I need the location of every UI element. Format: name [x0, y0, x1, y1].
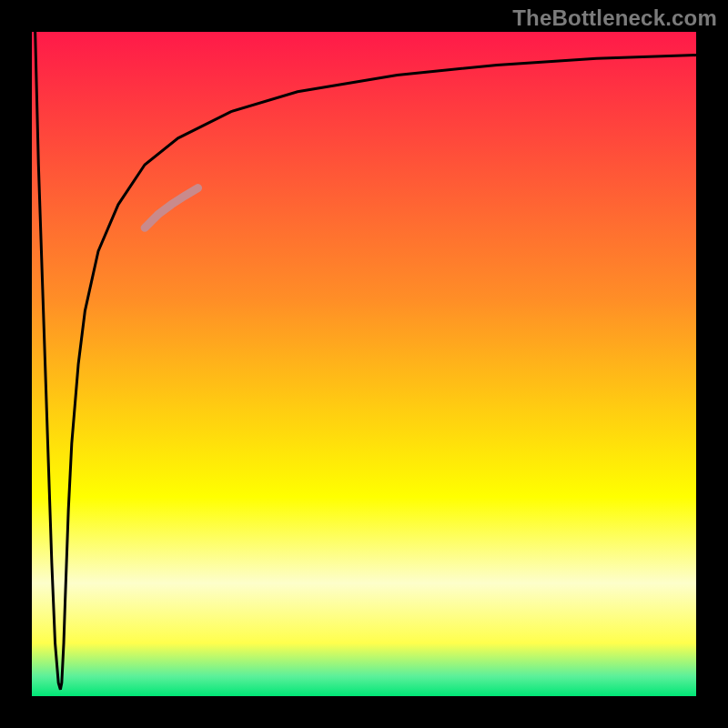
plot-svg — [32, 32, 696, 696]
plot-area — [32, 32, 696, 696]
watermark-text: TheBottleneck.com — [512, 5, 717, 31]
gradient-background — [32, 32, 696, 696]
chart-frame: TheBottleneck.com — [0, 0, 728, 728]
